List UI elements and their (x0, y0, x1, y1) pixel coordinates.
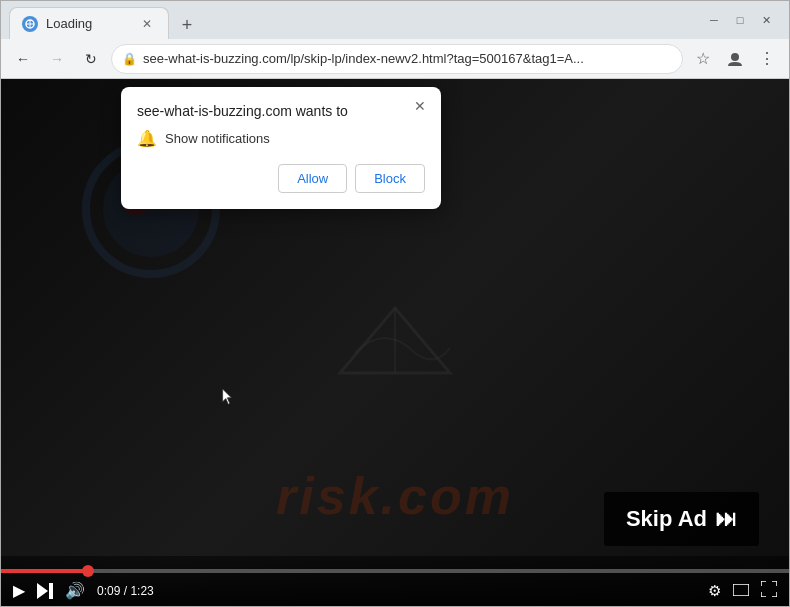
svg-rect-11 (49, 583, 53, 599)
refresh-button[interactable]: ↻ (77, 45, 105, 73)
progress-dot (82, 565, 94, 577)
video-watermark: risk.com (276, 466, 514, 526)
bookmark-button[interactable]: ☆ (689, 45, 717, 73)
bell-icon: 🔔 (137, 129, 157, 148)
controls-row: ▶ 🔊 0:09 / 1:23 ⚙ (1, 581, 789, 600)
active-tab[interactable]: Loading ✕ (9, 7, 169, 39)
tab-title: Loading (46, 16, 92, 31)
url-text: see-what-is-buzzing.com/lp/skip-lp/index… (143, 51, 672, 66)
progress-bar[interactable] (1, 569, 789, 573)
tab-area: Loading ✕ + (9, 1, 703, 39)
logo-watermark (335, 303, 455, 383)
lock-icon: 🔒 (122, 52, 137, 66)
window-controls: ─ □ ✕ (707, 13, 781, 27)
block-button[interactable]: Block (355, 164, 425, 193)
maximize-button[interactable]: □ (733, 13, 747, 27)
time-display: 0:09 / 1:23 (97, 584, 154, 598)
next-button[interactable] (37, 583, 53, 599)
theater-button[interactable] (733, 582, 749, 599)
settings-button[interactable]: ⚙ (708, 582, 721, 600)
skip-ad-button[interactable]: Skip Ad ⏭ (604, 492, 759, 546)
svg-marker-10 (37, 583, 48, 599)
skip-ad-label: Skip Ad (626, 506, 707, 532)
title-bar: Loading ✕ + ─ □ ✕ (1, 1, 789, 39)
toolbar-icons: ☆ ⋮ (689, 45, 781, 73)
address-box[interactable]: 🔒 see-what-is-buzzing.com/lp/skip-lp/ind… (111, 44, 683, 74)
tab-close-button[interactable]: ✕ (138, 15, 156, 33)
profile-button[interactable] (721, 45, 749, 73)
popup-title: see-what-is-buzzing.com wants to (137, 103, 425, 119)
time-current: 0:09 (97, 584, 120, 598)
webpage: risk.com ✕ see-what-is-buzzing.com wants… (1, 79, 789, 606)
progress-fill (1, 569, 88, 573)
forward-button[interactable]: → (43, 45, 71, 73)
permission-popup: ✕ see-what-is-buzzing.com wants to 🔔 Sho… (121, 87, 441, 209)
popup-close-button[interactable]: ✕ (409, 95, 431, 117)
close-button[interactable]: ✕ (759, 13, 773, 27)
svg-rect-12 (733, 584, 749, 596)
address-bar-row: ← → ↻ 🔒 see-what-is-buzzing.com/lp/skip-… (1, 39, 789, 79)
notification-text: Show notifications (165, 131, 270, 146)
video-controls: ▶ 🔊 0:09 / 1:23 ⚙ (1, 556, 789, 606)
back-button[interactable]: ← (9, 45, 37, 73)
browser-window: Loading ✕ + ─ □ ✕ ← → ↻ 🔒 see-what-is-bu… (0, 0, 790, 607)
controls-right: ⚙ (708, 581, 777, 600)
new-tab-button[interactable]: + (173, 11, 201, 39)
minimize-button[interactable]: ─ (707, 13, 721, 27)
play-button[interactable]: ▶ (13, 581, 25, 600)
allow-button[interactable]: Allow (278, 164, 347, 193)
time-total: 1:23 (130, 584, 153, 598)
svg-point-3 (731, 53, 739, 61)
fullscreen-button[interactable] (761, 581, 777, 600)
popup-buttons: Allow Block (137, 164, 425, 193)
popup-notification-row: 🔔 Show notifications (137, 129, 425, 148)
skip-ad-icon: ⏭ (715, 506, 737, 532)
volume-button[interactable]: 🔊 (65, 581, 85, 600)
tab-favicon (22, 16, 38, 32)
menu-button[interactable]: ⋮ (753, 45, 781, 73)
